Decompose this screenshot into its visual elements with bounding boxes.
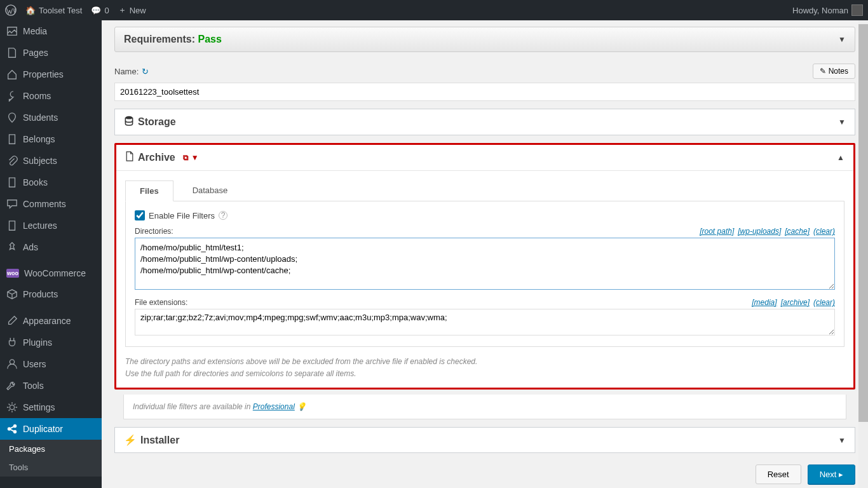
user-menu[interactable]: Howdy, Noman: [792, 4, 863, 16]
comment-icon: 💬: [91, 6, 101, 15]
new-link[interactable]: ＋ New: [118, 4, 146, 16]
site-link[interactable]: 🏠 Toolset Test: [25, 6, 82, 15]
new-label: New: [130, 6, 146, 15]
plus-icon: ＋: [118, 4, 126, 16]
avatar: [851, 4, 863, 16]
comments-link[interactable]: 💬 0: [91, 6, 109, 15]
home-icon: 🏠: [25, 6, 36, 15]
howdy-text: Howdy, Noman: [792, 6, 848, 15]
wp-logo[interactable]: [5, 4, 17, 16]
admin-bar: 🏠 Toolset Test 💬 0 ＋ New Howdy, Noman: [0, 0, 868, 20]
comments-count: 0: [104, 6, 109, 15]
site-title: Toolset Test: [39, 6, 82, 15]
